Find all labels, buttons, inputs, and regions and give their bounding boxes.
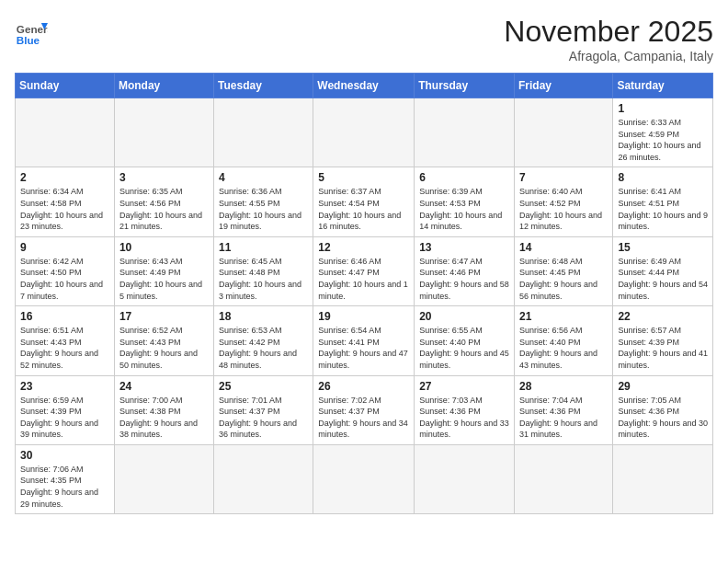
calendar-cell [214, 98, 313, 167]
col-header-monday: Monday [114, 74, 213, 98]
day-info: Sunrise: 6:56 AM Sunset: 4:40 PM Dayligh… [519, 325, 608, 371]
calendar-cell: 19Sunrise: 6:54 AM Sunset: 4:41 PM Dayli… [313, 306, 415, 375]
day-info: Sunrise: 7:01 AM Sunset: 4:37 PM Dayligh… [219, 395, 308, 441]
day-info: Sunrise: 6:54 AM Sunset: 4:41 PM Dayligh… [318, 325, 409, 371]
calendar-cell [313, 444, 415, 513]
col-header-sunday: Sunday [16, 74, 115, 98]
calendar-cell [214, 444, 313, 513]
svg-text:Blue: Blue [17, 34, 40, 46]
day-info: Sunrise: 6:40 AM Sunset: 4:52 PM Dayligh… [519, 186, 608, 232]
calendar-cell [114, 444, 213, 513]
day-number: 11 [219, 241, 308, 254]
day-number: 4 [219, 171, 308, 184]
calendar-cell: 28Sunrise: 7:04 AM Sunset: 4:36 PM Dayli… [514, 375, 612, 444]
day-number: 25 [219, 380, 308, 393]
calendar-cell: 9Sunrise: 6:42 AM Sunset: 4:50 PM Daylig… [16, 236, 115, 305]
day-number: 7 [519, 171, 608, 184]
calendar-cell: 7Sunrise: 6:40 AM Sunset: 4:52 PM Daylig… [514, 167, 612, 236]
day-info: Sunrise: 6:47 AM Sunset: 4:46 PM Dayligh… [419, 256, 509, 302]
day-info: Sunrise: 7:03 AM Sunset: 4:36 PM Dayligh… [419, 395, 509, 441]
calendar-week-3: 16Sunrise: 6:51 AM Sunset: 4:43 PM Dayli… [16, 306, 713, 375]
calendar-cell: 3Sunrise: 6:35 AM Sunset: 4:56 PM Daylig… [114, 167, 213, 236]
calendar-cell: 6Sunrise: 6:39 AM Sunset: 4:53 PM Daylig… [415, 167, 515, 236]
calendar-cell: 10Sunrise: 6:43 AM Sunset: 4:49 PM Dayli… [114, 236, 213, 305]
col-header-saturday: Saturday [613, 74, 713, 98]
day-number: 22 [618, 310, 708, 323]
day-info: Sunrise: 6:33 AM Sunset: 4:59 PM Dayligh… [618, 117, 708, 163]
calendar-cell: 13Sunrise: 6:47 AM Sunset: 4:46 PM Dayli… [415, 236, 515, 305]
day-number: 10 [119, 241, 209, 254]
day-number: 8 [618, 171, 708, 184]
day-number: 1 [618, 102, 708, 115]
calendar-cell: 18Sunrise: 6:53 AM Sunset: 4:42 PM Dayli… [214, 306, 313, 375]
logo-icon: General Blue [15, 15, 48, 48]
calendar-cell: 17Sunrise: 6:52 AM Sunset: 4:43 PM Dayli… [114, 306, 213, 375]
day-info: Sunrise: 7:04 AM Sunset: 4:36 PM Dayligh… [519, 395, 608, 441]
calendar-cell: 30Sunrise: 7:06 AM Sunset: 4:35 PM Dayli… [16, 444, 115, 513]
day-number: 15 [618, 241, 708, 254]
day-number: 27 [419, 380, 509, 393]
day-info: Sunrise: 6:35 AM Sunset: 4:56 PM Dayligh… [119, 186, 209, 232]
col-header-thursday: Thursday [415, 74, 515, 98]
day-info: Sunrise: 6:45 AM Sunset: 4:48 PM Dayligh… [219, 256, 308, 302]
page-header: General Blue November 2025 Afragola, Cam… [15, 15, 713, 63]
day-info: Sunrise: 6:39 AM Sunset: 4:53 PM Dayligh… [419, 186, 509, 232]
day-info: Sunrise: 7:00 AM Sunset: 4:38 PM Dayligh… [119, 395, 209, 441]
calendar-cell: 23Sunrise: 6:59 AM Sunset: 4:39 PM Dayli… [16, 375, 115, 444]
calendar-cell [415, 98, 515, 167]
calendar-cell: 5Sunrise: 6:37 AM Sunset: 4:54 PM Daylig… [313, 167, 415, 236]
calendar-cell: 11Sunrise: 6:45 AM Sunset: 4:48 PM Dayli… [214, 236, 313, 305]
calendar-cell: 25Sunrise: 7:01 AM Sunset: 4:37 PM Dayli… [214, 375, 313, 444]
calendar-week-5: 30Sunrise: 7:06 AM Sunset: 4:35 PM Dayli… [16, 444, 713, 513]
calendar-cell: 16Sunrise: 6:51 AM Sunset: 4:43 PM Dayli… [16, 306, 115, 375]
day-info: Sunrise: 6:42 AM Sunset: 4:50 PM Dayligh… [20, 256, 109, 302]
day-info: Sunrise: 6:37 AM Sunset: 4:54 PM Dayligh… [318, 186, 409, 232]
calendar-header-row: SundayMondayTuesdayWednesdayThursdayFrid… [16, 74, 713, 98]
day-info: Sunrise: 6:55 AM Sunset: 4:40 PM Dayligh… [419, 325, 509, 371]
day-number: 24 [119, 380, 209, 393]
month-title: November 2025 [504, 15, 713, 49]
day-info: Sunrise: 6:52 AM Sunset: 4:43 PM Dayligh… [119, 325, 209, 371]
calendar-cell: 8Sunrise: 6:41 AM Sunset: 4:51 PM Daylig… [613, 167, 713, 236]
day-info: Sunrise: 6:34 AM Sunset: 4:58 PM Dayligh… [20, 186, 109, 232]
day-info: Sunrise: 6:53 AM Sunset: 4:42 PM Dayligh… [219, 325, 308, 371]
day-info: Sunrise: 6:36 AM Sunset: 4:55 PM Dayligh… [219, 186, 308, 232]
day-info: Sunrise: 7:02 AM Sunset: 4:37 PM Dayligh… [318, 395, 409, 441]
calendar-cell: 14Sunrise: 6:48 AM Sunset: 4:45 PM Dayli… [514, 236, 612, 305]
col-header-friday: Friday [514, 74, 612, 98]
calendar-cell [514, 98, 612, 167]
calendar-week-2: 9Sunrise: 6:42 AM Sunset: 4:50 PM Daylig… [16, 236, 713, 305]
day-number: 9 [20, 241, 109, 254]
day-number: 28 [519, 380, 608, 393]
day-info: Sunrise: 6:49 AM Sunset: 4:44 PM Dayligh… [618, 256, 708, 302]
calendar-cell: 29Sunrise: 7:05 AM Sunset: 4:36 PM Dayli… [613, 375, 713, 444]
calendar-cell: 15Sunrise: 6:49 AM Sunset: 4:44 PM Dayli… [613, 236, 713, 305]
calendar-cell: 2Sunrise: 6:34 AM Sunset: 4:58 PM Daylig… [16, 167, 115, 236]
day-info: Sunrise: 6:41 AM Sunset: 4:51 PM Dayligh… [618, 186, 708, 232]
calendar-cell: 26Sunrise: 7:02 AM Sunset: 4:37 PM Dayli… [313, 375, 415, 444]
day-number: 29 [618, 380, 708, 393]
day-info: Sunrise: 6:51 AM Sunset: 4:43 PM Dayligh… [20, 325, 109, 371]
calendar-cell [114, 98, 213, 167]
col-header-tuesday: Tuesday [214, 74, 313, 98]
calendar-cell: 12Sunrise: 6:46 AM Sunset: 4:47 PM Dayli… [313, 236, 415, 305]
calendar-cell: 4Sunrise: 6:36 AM Sunset: 4:55 PM Daylig… [214, 167, 313, 236]
calendar-cell: 22Sunrise: 6:57 AM Sunset: 4:39 PM Dayli… [613, 306, 713, 375]
day-number: 23 [20, 380, 109, 393]
calendar-week-0: 1Sunrise: 6:33 AM Sunset: 4:59 PM Daylig… [16, 98, 713, 167]
day-info: Sunrise: 6:57 AM Sunset: 4:39 PM Dayligh… [618, 325, 708, 371]
day-info: Sunrise: 6:59 AM Sunset: 4:39 PM Dayligh… [20, 395, 109, 441]
day-number: 21 [519, 310, 608, 323]
day-info: Sunrise: 7:06 AM Sunset: 4:35 PM Dayligh… [20, 464, 109, 510]
day-info: Sunrise: 7:05 AM Sunset: 4:36 PM Dayligh… [618, 395, 708, 441]
day-number: 30 [20, 449, 109, 462]
day-number: 3 [119, 171, 209, 184]
col-header-wednesday: Wednesday [313, 74, 415, 98]
day-number: 18 [219, 310, 308, 323]
calendar-cell [313, 98, 415, 167]
day-number: 26 [318, 380, 409, 393]
calendar-cell: 1Sunrise: 6:33 AM Sunset: 4:59 PM Daylig… [613, 98, 713, 167]
calendar-table: SundayMondayTuesdayWednesdayThursdayFrid… [15, 73, 713, 514]
calendar-cell: 21Sunrise: 6:56 AM Sunset: 4:40 PM Dayli… [514, 306, 612, 375]
calendar-week-1: 2Sunrise: 6:34 AM Sunset: 4:58 PM Daylig… [16, 167, 713, 236]
